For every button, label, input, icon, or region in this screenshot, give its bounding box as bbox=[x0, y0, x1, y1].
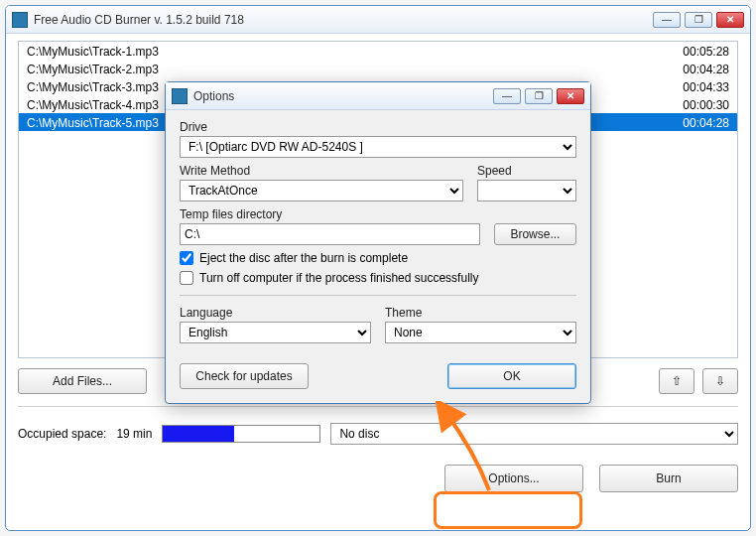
track-path: C:\MyMusic\Track-3.mp3 bbox=[27, 79, 159, 93]
track-duration: 00:05:28 bbox=[683, 44, 729, 58]
dialog-close-button[interactable]: ✕ bbox=[557, 88, 584, 104]
add-files-button[interactable]: Add Files... bbox=[18, 368, 147, 394]
ok-button[interactable]: OK bbox=[447, 363, 576, 389]
dialog-maximize-button[interactable]: ❐ bbox=[525, 88, 553, 104]
check-updates-button[interactable]: Check for updates bbox=[180, 363, 309, 389]
track-duration: 00:04:28 bbox=[683, 62, 729, 75]
dialog-minimize-button[interactable]: — bbox=[493, 88, 521, 104]
minimize-button[interactable]: — bbox=[653, 12, 681, 28]
eject-checkbox[interactable] bbox=[180, 251, 193, 265]
main-titlebar[interactable]: Free Audio CD Burner v. 1.5.2 build 718 … bbox=[6, 6, 750, 34]
options-dialog: Options — ❐ ✕ Drive F:\ [Optiarc DVD RW … bbox=[165, 81, 591, 404]
theme-select[interactable]: None bbox=[385, 322, 576, 343]
browse-button[interactable]: Browse... bbox=[494, 223, 576, 245]
speed-label: Speed bbox=[477, 164, 576, 178]
maximize-button[interactable]: ❐ bbox=[685, 12, 712, 28]
app-icon bbox=[12, 12, 28, 28]
track-duration: 00:04:33 bbox=[683, 79, 729, 93]
theme-label: Theme bbox=[385, 306, 576, 320]
occupied-space-value: 19 min bbox=[116, 427, 152, 441]
options-button[interactable]: Options... bbox=[444, 465, 583, 492]
move-up-button[interactable]: ⇧ bbox=[659, 368, 694, 394]
turnoff-checkbox[interactable] bbox=[180, 271, 193, 285]
eject-checkbox-label: Eject the disc after the burn is complet… bbox=[199, 251, 408, 265]
drive-select[interactable]: F:\ [Optiarc DVD RW AD-5240S ] bbox=[180, 136, 576, 158]
track-duration: 00:00:30 bbox=[683, 97, 729, 111]
temp-dir-input[interactable] bbox=[180, 223, 480, 245]
speed-select[interactable] bbox=[477, 180, 576, 201]
drive-label: Drive bbox=[180, 120, 576, 134]
track-row[interactable]: C:\MyMusic\Track-1.mp300:05:28 bbox=[19, 42, 737, 60]
dialog-icon bbox=[172, 88, 188, 104]
dialog-titlebar[interactable]: Options — ❐ ✕ bbox=[166, 82, 590, 110]
track-path: C:\MyMusic\Track-4.mp3 bbox=[27, 97, 159, 111]
occupied-space-bar bbox=[162, 425, 320, 443]
dialog-title: Options bbox=[193, 89, 493, 103]
track-path: C:\MyMusic\Track-2.mp3 bbox=[27, 62, 159, 75]
write-method-select[interactable]: TrackAtOnce bbox=[180, 180, 463, 201]
burn-button[interactable]: Burn bbox=[599, 465, 738, 492]
main-title: Free Audio CD Burner v. 1.5.2 build 718 bbox=[34, 13, 653, 27]
language-select[interactable]: English bbox=[180, 322, 371, 343]
language-label: Language bbox=[180, 306, 371, 320]
close-button[interactable]: ✕ bbox=[716, 12, 744, 28]
track-duration: 00:04:28 bbox=[683, 115, 729, 129]
disc-select[interactable]: No disc bbox=[330, 423, 738, 445]
tutorial-highlight bbox=[434, 491, 582, 529]
track-row[interactable]: C:\MyMusic\Track-2.mp300:04:28 bbox=[19, 60, 737, 77]
occupied-space-fill bbox=[163, 426, 233, 442]
temp-dir-label: Temp files directory bbox=[180, 207, 576, 221]
move-down-button[interactable]: ⇩ bbox=[702, 368, 738, 394]
track-path: C:\MyMusic\Track-5.mp3 bbox=[27, 115, 159, 129]
occupied-space-label: Occupied space: bbox=[18, 427, 106, 441]
turnoff-checkbox-label: Turn off computer if the process finishe… bbox=[199, 271, 478, 285]
track-path: C:\MyMusic\Track-1.mp3 bbox=[27, 44, 159, 58]
write-method-label: Write Method bbox=[180, 164, 463, 178]
